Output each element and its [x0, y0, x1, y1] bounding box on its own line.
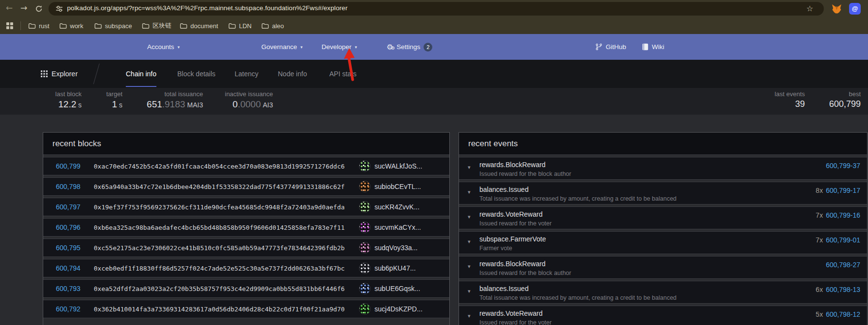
tab-latency[interactable]: Latency [235, 60, 258, 87]
block-row[interactable]: 600,792 0x362b410014fa3a73369314283617a0… [43, 300, 449, 318]
block-number-link[interactable]: 600,796 [56, 223, 86, 231]
block-author[interactable]: sudqVoy33a... [359, 242, 418, 254]
browser-extension-icon[interactable]: @ [849, 3, 861, 15]
tab-api-stats[interactable]: API stats [329, 60, 357, 87]
tab-chain-info[interactable]: Chain info [126, 60, 156, 87]
author-identicon[interactable] [359, 160, 371, 172]
menu-accounts[interactable]: Accounts ▾ [147, 34, 180, 60]
reload-icon[interactable] [35, 5, 43, 13]
block-hash: 0xea52dfdf2aa03023a2cf20b35b58757f953c4e… [94, 285, 345, 292]
folder-icon [94, 23, 102, 29]
event-block-link[interactable]: 600,799-17 [826, 187, 860, 194]
expand-caret-icon[interactable]: ▾ [468, 313, 471, 319]
block-hash: 0x362b410014fa3a73369314283617a0d56db240… [94, 306, 345, 313]
github-link[interactable]: GitHub [596, 34, 626, 60]
bookmark-star-icon[interactable]: ☆ [806, 4, 813, 13]
block-number-link[interactable]: 600,799 [56, 162, 86, 170]
menu-settings[interactable]: ⚙⚙ Settings 2 [387, 34, 432, 60]
bookmark-rust[interactable]: rust [28, 17, 50, 34]
tab-block-details[interactable]: Block details [177, 60, 216, 87]
block-author[interactable]: sucj4DsKZPD... [359, 303, 423, 315]
stat-last-events: last events 39 [737, 90, 805, 109]
bookmark-label: 区块链 [153, 21, 171, 30]
back-icon[interactable]: ← [6, 3, 13, 13]
block-author[interactable]: subiobCEvTL... [359, 181, 421, 192]
block-author[interactable]: subUE6Gqsk... [359, 283, 420, 294]
stat-label: best [802, 90, 861, 98]
expand-caret-icon[interactable]: ▾ [468, 239, 471, 245]
author-identicon[interactable] [359, 303, 371, 315]
apps-grid-icon[interactable] [6, 22, 14, 30]
event-description: Farmer vote [479, 245, 867, 252]
screen: ← → ☆ polkadot.js.org/apps/?rpc=wss%3A%2… [0, 0, 868, 325]
author-identicon[interactable] [359, 181, 371, 192]
block-author[interactable]: sucKR4ZvvK... [359, 201, 420, 213]
bookmarks-separator [20, 21, 21, 30]
author-identicon[interactable] [359, 242, 371, 254]
event-block-link[interactable]: 600,799-16 [826, 211, 860, 219]
tab-node-info[interactable]: Node info [278, 60, 307, 87]
forward-icon[interactable]: → [20, 3, 27, 13]
explorer-grid-icon [41, 70, 48, 77]
explorer-tabbar: Explorer Chain info Block details Latenc… [0, 60, 868, 88]
bookmark-subspace[interactable]: subspace [94, 17, 132, 34]
author-identicon[interactable] [359, 262, 371, 274]
block-number-link[interactable]: 600,798 [56, 183, 86, 190]
bookmark-label: rust [39, 22, 50, 30]
author-identicon[interactable] [359, 201, 371, 213]
folder-icon [180, 23, 187, 29]
bookmark-aleo[interactable]: aleo [261, 17, 284, 34]
settings-gear-icon: ⚙⚙ [387, 43, 393, 51]
event-block-link[interactable]: 600,798-27 [826, 261, 860, 269]
block-row[interactable]: 600,795 0xc55e2175ac23e7306022ce41b8510c… [43, 239, 449, 257]
url-text[interactable]: polkadot.js.org/apps/?rpc=wss%3A%2F%2Frp… [67, 4, 348, 12]
block-number-link[interactable]: 600,792 [56, 305, 86, 313]
block-row[interactable]: 600,793 0xea52dfdf2aa03023a2cf20b35b5875… [43, 279, 449, 298]
event-row: ▾ rewards.BlockReward Issued reward for … [459, 157, 867, 180]
section-title-explorer[interactable]: Explorer [51, 60, 78, 88]
block-author[interactable]: sucWALkfJoS... [359, 160, 422, 172]
block-number-link[interactable]: 600,793 [56, 285, 86, 292]
event-description: Total issuance was increased by amount, … [479, 294, 867, 301]
menu-governance[interactable]: Governance ▾ [261, 34, 303, 60]
expand-caret-icon[interactable]: ▾ [468, 263, 471, 270]
block-row[interactable]: 600,797 0x19ef37f753f95692375626cf311de9… [43, 198, 449, 216]
event-name: balances.Issued [479, 285, 867, 292]
bookmark-ldn[interactable]: LDN [228, 17, 252, 34]
bookmark-work[interactable]: work [59, 17, 83, 34]
browser-toolbar: ← → ☆ polkadot.js.org/apps/?rpc=wss%3A%2… [0, 0, 868, 17]
author-identicon[interactable] [359, 283, 371, 294]
event-block-link[interactable]: 600,799-01 [826, 236, 860, 244]
recent-blocks-panel: recent blocks 600,799 0xac70edc7452b5c42… [43, 132, 450, 325]
block-row[interactable]: 600,798 0x65a940a33b47c72e1b6dbee4204db1… [43, 177, 449, 196]
event-block-link[interactable]: 600,798-13 [826, 286, 860, 293]
wiki-link[interactable]: Wiki [642, 34, 664, 60]
block-row[interactable]: 600,796 0xb6ea325ac98ba6aedafec4bcb65bd4… [43, 218, 449, 237]
event-block-link[interactable]: 600,799-37 [826, 162, 860, 170]
bookmark-document[interactable]: document [180, 17, 218, 34]
block-hash: 0x65a940a33b47c72e1b6dbee4204db1f5335832… [94, 183, 345, 190]
event-name: rewards.BlockReward [479, 161, 867, 169]
site-info-icon[interactable] [55, 5, 63, 13]
stat-last-block: last block 12.2s [43, 90, 82, 110]
block-author[interactable]: sub6pKU47... [359, 262, 416, 274]
author-identicon[interactable] [359, 222, 371, 233]
git-branch-icon [596, 43, 602, 51]
block-number-link[interactable]: 600,794 [56, 264, 86, 272]
bookmark-label: subspace [105, 22, 132, 30]
block-author[interactable]: sucvmKaCYx... [359, 222, 421, 233]
expand-caret-icon[interactable]: ▾ [468, 288, 471, 294]
folder-icon [228, 23, 236, 29]
block-number-link[interactable]: 600,797 [56, 203, 86, 211]
block-number-link[interactable]: 600,795 [56, 244, 86, 252]
expand-caret-icon[interactable]: ▾ [468, 189, 471, 195]
block-row[interactable]: 600,799 0xac70edc7452b5c42a5fd01fcaac4b0… [43, 157, 449, 175]
expand-caret-icon[interactable]: ▾ [468, 214, 471, 220]
stat-best: best 600,799 [802, 90, 861, 109]
block-row[interactable]: 600,794 0xceb0edf1f18830ff86d5257f024c7a… [43, 259, 449, 277]
metamask-extension-icon[interactable] [832, 4, 842, 14]
expand-caret-icon[interactable]: ▾ [468, 164, 471, 171]
event-block-link[interactable]: 600,798-12 [826, 310, 860, 318]
bookmark-blockchain[interactable]: 区块链 [142, 17, 171, 34]
menu-developer[interactable]: Developer ▾ [322, 34, 357, 60]
